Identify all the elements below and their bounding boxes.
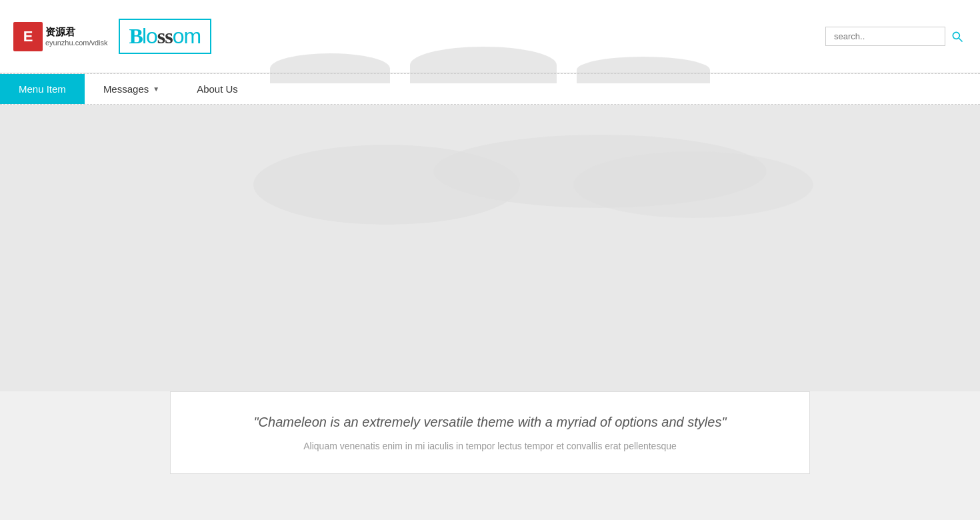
nav-label-menu-item: Menu Item bbox=[19, 83, 66, 95]
quote-section: "Chameleon is an extremely versatile the… bbox=[170, 391, 810, 474]
main-content: "Chameleon is an extremely versatile the… bbox=[0, 105, 980, 478]
main-navbar: Menu Item Messages ▼ About Us bbox=[0, 73, 980, 105]
nav-label-messages: Messages bbox=[103, 83, 149, 95]
search-button[interactable] bbox=[948, 27, 967, 46]
nav-item-messages[interactable]: Messages ▼ bbox=[85, 74, 178, 104]
blossom-logo: B lo ss om bbox=[119, 19, 212, 54]
nav-item-menu-item[interactable]: Menu Item bbox=[0, 74, 85, 104]
blossom-letter-ss: ss bbox=[157, 24, 173, 49]
blossom-letter-om: om bbox=[173, 24, 201, 49]
svg-point-4 bbox=[573, 151, 813, 218]
eyunzhu-logo-text: 资源君 eyunzhu.com/vdisk bbox=[45, 25, 108, 48]
blossom-letter-b: B bbox=[129, 24, 142, 49]
hero-decoration bbox=[0, 105, 980, 391]
messages-dropdown-arrow: ▼ bbox=[153, 85, 159, 93]
hero-slider bbox=[0, 105, 980, 391]
svg-line-1 bbox=[959, 38, 963, 41]
search-icon bbox=[951, 30, 964, 43]
eyunzhu-sub-text: eyunzhu.com/vdisk bbox=[45, 38, 108, 47]
eyunzhu-logo-letter: E bbox=[13, 22, 43, 51]
header-logos: E 资源君 eyunzhu.com/vdisk B lo ss om bbox=[13, 19, 211, 54]
quote-text: "Chameleon is an extremely versatile the… bbox=[197, 412, 783, 432]
svg-point-0 bbox=[953, 32, 959, 39]
eyunzhu-main-text: 资源君 bbox=[45, 25, 108, 39]
site-header: E 资源君 eyunzhu.com/vdisk B lo ss om bbox=[0, 0, 980, 73]
quote-subtext: Aliquam venenatis enim in mi iaculis in … bbox=[197, 439, 783, 453]
eyunzhu-logo[interactable]: E 资源君 eyunzhu.com/vdisk bbox=[13, 22, 108, 51]
nav-label-about-us: About Us bbox=[197, 83, 238, 95]
search-container bbox=[825, 27, 967, 46]
search-input[interactable] bbox=[825, 27, 945, 46]
nav-item-about-us[interactable]: About Us bbox=[178, 74, 257, 104]
blossom-letter-lo: lo bbox=[142, 24, 157, 49]
